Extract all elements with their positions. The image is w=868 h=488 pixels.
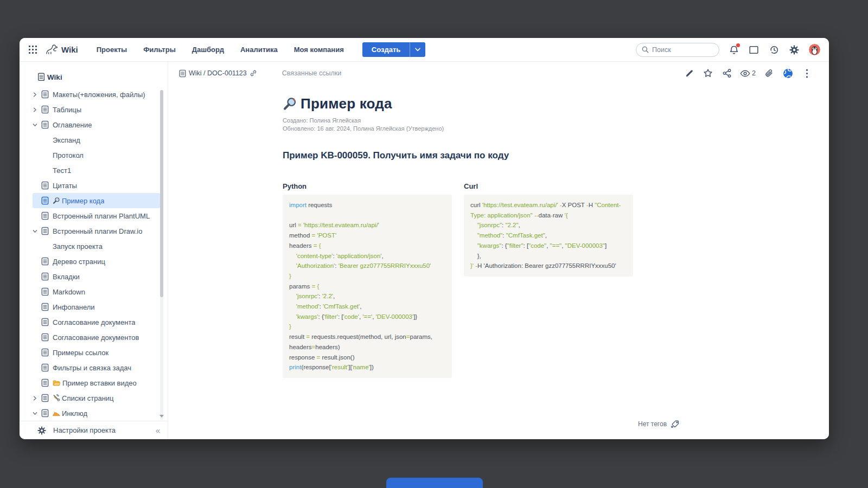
sidebar-item[interactable]: Протокол <box>33 147 160 163</box>
breadcrumb-text: Wiki / DOC-001123 <box>189 69 247 77</box>
sidebar-item[interactable]: Встроенный плагин PlantUML <box>33 208 160 223</box>
project-settings-gear-icon[interactable] <box>37 426 46 435</box>
code-block[interactable]: curl 'https://test.evateam.ru/api/' -X P… <box>464 195 633 277</box>
chevron-right-icon[interactable] <box>33 107 41 112</box>
sidebar-scroll-arrow[interactable] <box>159 415 164 418</box>
magnifier-emoji-icon <box>53 197 60 204</box>
favorite-star-icon[interactable] <box>702 67 714 79</box>
related-links-tab[interactable]: Связанные ссылки <box>282 69 341 77</box>
sidebar-item-label: Макеты(+вложения, файлы) <box>53 91 145 99</box>
page-book-icon <box>179 69 186 78</box>
chevron-down-icon[interactable] <box>33 122 41 127</box>
sidebar-item[interactable]: Встроенный плагин Draw.io <box>33 223 160 239</box>
sidebar-item-label: Списки страниц <box>62 394 114 402</box>
sidebar-item[interactable]: Списки страниц <box>33 390 160 406</box>
copy-link-icon[interactable] <box>250 69 257 77</box>
sidebar-item-label: Экспанд <box>53 136 80 144</box>
sidebar-item[interactable]: Дерево страниц <box>33 254 160 269</box>
collapse-sidebar-button[interactable]: « <box>156 426 160 435</box>
sidebar-item[interactable]: Инклюд <box>33 406 160 421</box>
chevron-right-icon[interactable] <box>33 395 41 401</box>
sidebar-item[interactable]: Примеры ссылок <box>33 345 160 360</box>
sidebar-item[interactable]: Цитаты <box>33 178 160 193</box>
document-icon <box>41 363 53 372</box>
history-icon[interactable] <box>769 44 780 55</box>
code-block[interactable]: import requests url = 'https://test.evat… <box>283 195 452 378</box>
document-icon <box>41 181 53 190</box>
chevron-down-icon[interactable] <box>33 228 41 234</box>
create-split-button: Создать <box>362 42 425 57</box>
nav-item-4[interactable]: Аналитика <box>240 46 278 54</box>
sidebar-item-label: Вкладки <box>53 273 80 281</box>
sidebar-item[interactable]: Экспанд <box>33 132 160 147</box>
sidebar-item[interactable]: Макеты(+вложения, файлы) <box>33 87 160 102</box>
sidebar-item[interactable]: Тест1 <box>33 163 160 178</box>
document-icon <box>41 90 53 99</box>
code-column-curl: Curlcurl 'https://test.evateam.ru/api/' … <box>464 182 633 378</box>
apps-grid-icon[interactable] <box>27 44 38 55</box>
breadcrumb[interactable]: Wiki / DOC-001123 <box>179 69 257 78</box>
app-title: Wiki <box>61 45 78 54</box>
chevron-spacer <box>33 365 41 370</box>
project-settings-label[interactable]: Настройки проекта <box>53 426 116 434</box>
settings-gear-icon[interactable] <box>789 44 800 55</box>
document-icon <box>41 394 53 402</box>
sidebar-item[interactable]: Markdown <box>33 284 160 299</box>
nav-item-2[interactable]: Фильтры <box>143 46 176 54</box>
main-content: Wiki / DOC-001123 Связанные ссылки <box>168 62 829 439</box>
nav-item-5[interactable]: Моя компания <box>294 46 344 54</box>
user-avatar[interactable] <box>809 44 820 55</box>
sidebar-item[interactable]: Согласование документа <box>33 314 160 330</box>
top-navbar: Wiki ПроектыФильтрыДашбордАналитикаМоя к… <box>20 38 829 62</box>
sidebar-scrollbar[interactable] <box>160 90 163 420</box>
sidebar-item[interactable]: Фильтры и связка задач <box>33 360 160 375</box>
search-input[interactable] <box>652 46 713 54</box>
sidebar-item-label: Инфопанели <box>53 303 95 311</box>
chevron-spacer <box>33 319 41 325</box>
create-button[interactable]: Создать <box>362 42 410 57</box>
sidebar-item[interactable]: Таблицы <box>33 102 160 117</box>
document-icon <box>41 272 53 281</box>
sidebar-scrollbar-thumb[interactable] <box>160 90 163 297</box>
more-kebab-icon[interactable] <box>801 67 813 79</box>
document-icon <box>41 227 53 235</box>
sidebar: Wiki Макеты(+вложения, файлы)ТаблицыОгла… <box>20 62 168 439</box>
notes-icon[interactable] <box>749 44 760 55</box>
code-column-python: Pythonimport requests url = 'https://tes… <box>283 182 452 378</box>
sidebar-item-label: Пример вставки видео <box>62 379 137 387</box>
sidebar-item-label: Протокол <box>53 151 84 159</box>
app-logo[interactable]: Wiki <box>44 43 78 56</box>
notification-dot <box>736 43 740 47</box>
public-globe-icon[interactable] <box>782 67 794 79</box>
code-block-title: Curl <box>464 182 633 190</box>
share-icon[interactable] <box>721 67 733 79</box>
document-icon <box>41 333 53 342</box>
edit-pencil-icon[interactable] <box>683 67 695 79</box>
add-tag-icon[interactable] <box>671 420 680 428</box>
attachment-paperclip-icon[interactable] <box>763 67 775 79</box>
document-icon <box>41 211 53 220</box>
no-tags-label: Нет тегов <box>638 420 667 428</box>
sidebar-item[interactable]: Оглавление <box>33 117 160 132</box>
dune-emoji-icon <box>53 410 60 416</box>
sidebar-item[interactable]: Вкладки <box>33 269 160 284</box>
sidebar-item[interactable]: Пример кода <box>33 193 160 208</box>
views-counter[interactable]: 2 <box>740 69 756 78</box>
sidebar-item[interactable]: Инфопанели <box>33 299 160 314</box>
document-icon <box>41 287 53 296</box>
chevron-down-icon[interactable] <box>33 410 41 416</box>
sidebar-item[interactable]: Согласование документов <box>33 330 160 345</box>
create-dropdown-button[interactable] <box>410 42 425 57</box>
chevron-right-icon[interactable] <box>33 92 41 97</box>
tools-emoji-icon <box>53 394 60 402</box>
desktop-background: Wiki ПроектыФильтрыДашбордАналитикаМоя к… <box>0 0 868 488</box>
dinosaur-logo-icon <box>44 43 59 56</box>
nav-item-1[interactable]: Проекты <box>97 46 127 54</box>
notifications-bell-icon[interactable] <box>729 44 739 55</box>
search-box[interactable] <box>636 43 719 57</box>
sidebar-item[interactable]: Запуск проекта <box>33 239 160 254</box>
sidebar-item-label: Запуск проекта <box>53 242 103 251</box>
sidebar-item-label: Фильтры и связка задач <box>53 364 131 372</box>
nav-item-3[interactable]: Дашборд <box>192 46 224 54</box>
sidebar-item[interactable]: Пример вставки видео <box>33 375 160 390</box>
